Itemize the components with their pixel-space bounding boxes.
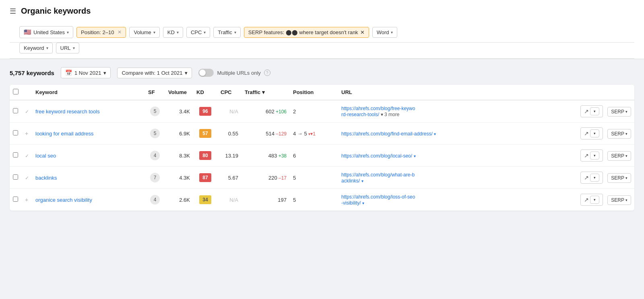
traffic-delta: +38 xyxy=(277,153,287,159)
keyword-cell: backlinks xyxy=(32,167,145,189)
trend-btn[interactable]: ↗ ▾ xyxy=(580,127,603,139)
hamburger-icon[interactable]: ☰ xyxy=(10,7,16,16)
url-link[interactable]: https://ahrefs.com/blog/what-are-backlin… xyxy=(341,172,415,184)
url-cell: https://ahrefs.com/blog/what-are-backlin… xyxy=(338,167,577,189)
row-checkbox[interactable] xyxy=(13,130,18,135)
date-picker-btn[interactable]: 📅 1 Nov 2021 ▾ xyxy=(61,67,111,78)
traffic-filter-btn[interactable]: Traffic ▾ xyxy=(213,27,240,38)
row-checkbox[interactable] xyxy=(13,197,18,202)
help-icon[interactable]: ? xyxy=(264,70,270,76)
table-row: + organice search visibility 4 2.6K 34 N… xyxy=(10,189,634,211)
table-body: ✓ free keyword research tools 5 3.4K 96 … xyxy=(10,100,634,211)
url-link[interactable]: https://ahrefs.com/blog/loss-of-seo-visi… xyxy=(341,194,415,206)
header-traffic[interactable]: Traffic ▾ xyxy=(242,85,290,100)
trend-btn[interactable]: ↗ ▾ xyxy=(580,105,603,117)
select-all-checkbox[interactable] xyxy=(13,89,19,94)
volume-cell: 3.4K xyxy=(165,100,193,123)
kd-filter-btn[interactable]: KD ▾ xyxy=(163,27,183,38)
position-value: 4 → 5 xyxy=(293,131,307,137)
trend-btn[interactable]: ↗ ▾ xyxy=(580,172,603,184)
kd-cell: 34 xyxy=(193,189,217,211)
date-label: 1 Nov 2021 xyxy=(74,70,101,76)
trend-chevron-icon: ▾ xyxy=(590,107,599,115)
cpc-filter-btn[interactable]: CPC ▾ xyxy=(186,27,210,38)
traffic-value: 602 xyxy=(266,109,275,115)
serp-btn[interactable]: SERP ▾ xyxy=(607,173,631,183)
filter-bar: 🇺🇸 United States ▾ Position: 2–10 ✕ Volu… xyxy=(10,21,634,43)
row-checkbox[interactable] xyxy=(13,152,18,158)
volume-cell: 6.9K xyxy=(165,123,193,145)
serp-btn[interactable]: SERP ▾ xyxy=(607,195,631,205)
volume-filter-btn[interactable]: Volume ▾ xyxy=(129,27,159,38)
kd-cell: 87 xyxy=(193,167,217,189)
multiple-urls-toggle[interactable] xyxy=(198,69,214,77)
keyword-link[interactable]: looking for email address xyxy=(35,131,94,137)
volume-filter-label: Volume xyxy=(134,29,151,35)
country-filter-btn[interactable]: 🇺🇸 United States ▾ xyxy=(19,26,73,38)
check-icon: ✓ xyxy=(25,175,29,181)
date-chevron-icon: ▾ xyxy=(103,70,106,76)
kd-badge: 80 xyxy=(199,151,211,160)
keyword-link[interactable]: free keyword research tools xyxy=(35,109,100,115)
url-filter-label: URL xyxy=(60,45,71,51)
position-value: 5 xyxy=(293,197,296,203)
header-cpc: CPC xyxy=(217,85,242,100)
url-dropdown[interactable]: ▾ xyxy=(414,154,416,158)
position-filter-close-icon[interactable]: ✕ xyxy=(118,29,122,35)
url-dropdown[interactable]: ▾ xyxy=(434,132,436,136)
serp-filter-label: SERP features: ⬤⬤ where target doesn't r… xyxy=(248,29,358,35)
sf-badge: 7 xyxy=(150,173,160,182)
kd-badge: 34 xyxy=(199,195,211,204)
word-filter-btn[interactable]: Word ▾ xyxy=(372,27,398,38)
position-cell: 4 → 5 ▾▾1 xyxy=(290,123,338,145)
row-checkbox-cell xyxy=(10,167,22,189)
position-filter-btn[interactable]: Position: 2–10 ✕ xyxy=(76,27,126,38)
sf-cell: 4 xyxy=(145,145,165,167)
keyword-link[interactable]: backlinks xyxy=(35,175,57,181)
compare-btn[interactable]: Compare with: 1 Oct 2021 ▾ xyxy=(117,68,192,78)
trend-btn[interactable]: ↗ ▾ xyxy=(580,194,603,206)
url-link[interactable]: https://ahrefs.com/blog/free-keyword-res… xyxy=(341,106,415,117)
page-header: ☰ Organic keywords 🇺🇸 United States ▾ Po… xyxy=(0,0,644,59)
calendar-icon: 📅 xyxy=(65,70,72,76)
serp-btn[interactable]: SERP ▾ xyxy=(607,107,631,117)
filter-bar-row2: Keyword ▾ URL ▾ xyxy=(10,43,634,59)
us-flag-icon: 🇺🇸 xyxy=(24,29,31,36)
sf-badge: 4 xyxy=(150,151,160,160)
plus-icon: + xyxy=(25,197,28,203)
row-icon-cell: ✓ xyxy=(22,100,32,123)
url-filter-btn[interactable]: URL ▾ xyxy=(56,43,79,53)
actions-cell: ↗ ▾ SERP ▾ xyxy=(577,167,634,189)
sf-cell: 4 xyxy=(145,189,165,211)
position-value: 6 xyxy=(293,153,296,159)
keyword-chevron-icon: ▾ xyxy=(46,46,48,50)
cpc-value: 13.19 xyxy=(225,153,238,159)
position-cell: 6 xyxy=(290,145,338,167)
keyword-link[interactable]: organice search visibility xyxy=(35,197,92,203)
url-link[interactable]: https://ahrefs.com/blog/local-seo/ xyxy=(341,153,412,159)
page-wrapper: ☰ Organic keywords 🇺🇸 United States ▾ Po… xyxy=(0,0,644,299)
traffic-filter-label: Traffic xyxy=(218,29,232,35)
cpc-cell: N/A xyxy=(217,100,242,123)
url-dropdown[interactable]: ▾ xyxy=(362,201,364,205)
serp-btn[interactable]: SERP ▾ xyxy=(607,151,631,161)
serp-btn[interactable]: SERP ▾ xyxy=(607,129,631,139)
keyword-link[interactable]: local seo xyxy=(35,153,56,159)
url-link[interactable]: https://ahrefs.com/blog/find-email-addre… xyxy=(341,131,433,137)
row-checkbox[interactable] xyxy=(13,108,18,113)
row-icon-cell: ✓ xyxy=(22,145,32,167)
row-checkbox[interactable] xyxy=(13,174,18,180)
keyword-filter-label: Keyword xyxy=(24,45,44,51)
serp-filter-close-icon[interactable]: ✕ xyxy=(360,29,365,35)
trend-btn[interactable]: ↗ ▾ xyxy=(580,150,603,162)
trend-chevron-icon: ▾ xyxy=(590,129,599,137)
trend-chart-icon: ↗ xyxy=(584,108,589,115)
row-checkbox-cell xyxy=(10,100,22,123)
header-volume: Volume xyxy=(165,85,193,100)
cpc-value: 5.67 xyxy=(228,175,238,181)
url-cell: https://ahrefs.com/blog/free-keyword-res… xyxy=(338,100,577,123)
serp-filter-btn[interactable]: SERP features: ⬤⬤ where target doesn't r… xyxy=(244,27,369,38)
url-dropdown[interactable]: ▾ xyxy=(361,179,363,183)
position-value: 5 xyxy=(293,175,296,181)
keyword-filter-btn[interactable]: Keyword ▾ xyxy=(19,43,53,53)
